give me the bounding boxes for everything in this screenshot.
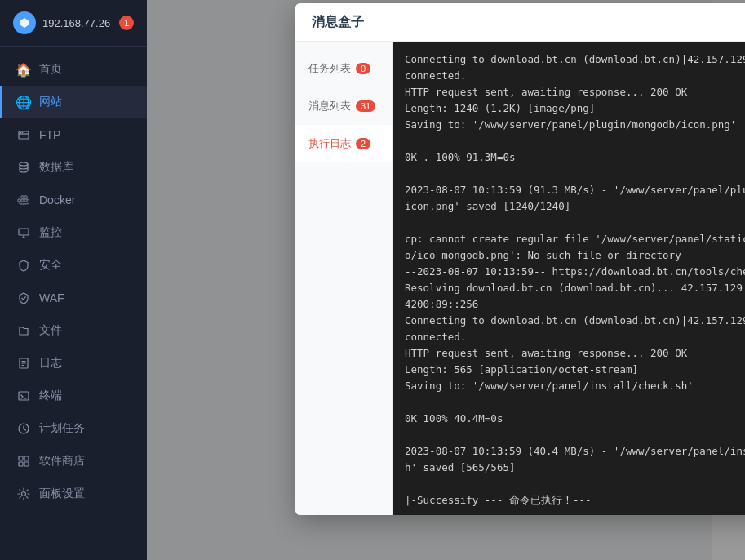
- sidebar-item-label: 监控: [39, 225, 62, 240]
- exec-log-badge: 2: [356, 138, 370, 149]
- crontab-icon: [16, 421, 31, 436]
- svg-rect-10: [19, 229, 29, 235]
- sidebar-item-website[interactable]: 🌐 网站: [0, 86, 147, 118]
- terminal-icon: [16, 389, 31, 403]
- sidebar-item-label: 首页: [39, 62, 62, 77]
- modal-overlay: 消息盒子 × 任务列表 0 消息列表 31: [147, 0, 745, 560]
- tab-label: 执行日志: [308, 136, 351, 151]
- sidebar-item-label: 软件商店: [39, 454, 85, 469]
- svg-rect-7: [24, 199, 27, 202]
- svg-rect-15: [24, 456, 29, 460]
- sidebar-item-waf[interactable]: WAF: [0, 282, 147, 314]
- svg-rect-8: [21, 196, 24, 198]
- sidebar-header: 192.168.77.26 1: [0, 0, 147, 47]
- svg-point-3: [22, 132, 24, 134]
- svg-rect-6: [21, 199, 24, 202]
- message-list-badge: 31: [356, 100, 375, 112]
- sidebar-item-label: 安全: [39, 258, 62, 273]
- sidebar-item-ftp[interactable]: FTP: [0, 118, 147, 151]
- sidebar-item-terminal[interactable]: 终端: [0, 380, 147, 412]
- website-icon: 🌐: [16, 95, 31, 109]
- sidebar: 192.168.77.26 1 🏠 首页 🌐 网站 FTP: [0, 0, 147, 560]
- sidebar-item-label: 数据库: [39, 160, 73, 175]
- sidebar-item-label: FTP: [39, 128, 60, 141]
- svg-marker-0: [20, 18, 29, 28]
- sidebar-item-label: 面板设置: [39, 487, 85, 501]
- svg-rect-17: [24, 462, 29, 466]
- sidebar-item-label: WAF: [39, 291, 64, 304]
- svg-rect-12: [19, 392, 29, 400]
- files-icon: [16, 323, 31, 338]
- sidebar-item-security[interactable]: 安全: [0, 249, 147, 282]
- sidebar-item-files[interactable]: 文件: [0, 314, 147, 347]
- tab-message-list[interactable]: 消息列表 31: [295, 87, 392, 125]
- tab-exec-log[interactable]: 执行日志 2: [295, 125, 392, 162]
- database-icon: [16, 160, 31, 175]
- sidebar-ip: 192.168.77.26: [42, 17, 110, 29]
- modal-tabs-sidebar: 任务列表 0 消息列表 31 执行日志 2: [295, 42, 393, 515]
- appstore-icon: [16, 454, 31, 469]
- sidebar-item-settings[interactable]: 面板设置: [0, 478, 147, 510]
- monitor-icon: [16, 225, 31, 240]
- svg-rect-5: [18, 199, 20, 202]
- svg-rect-16: [19, 462, 23, 466]
- terminal-output: Connecting to download.bt.cn (download.b…: [393, 42, 745, 515]
- waf-icon: [16, 291, 31, 305]
- svg-rect-14: [19, 456, 23, 460]
- sidebar-item-label: Docker: [39, 193, 75, 207]
- svg-rect-9: [24, 196, 27, 198]
- sidebar-item-label: 网站: [39, 95, 62, 109]
- sidebar-item-label: 计划任务: [39, 421, 85, 436]
- sidebar-item-appstore[interactable]: 软件商店: [0, 445, 147, 478]
- main-content: CPU 33.319 消息盒子 × 任务列表 0: [147, 0, 745, 560]
- svg-point-18: [22, 492, 26, 496]
- sidebar-logo: [13, 11, 36, 34]
- svg-point-2: [20, 132, 22, 134]
- sidebar-item-home[interactable]: 🏠 首页: [0, 53, 147, 86]
- security-icon: [16, 258, 31, 273]
- modal-body: 任务列表 0 消息列表 31 执行日志 2 Con: [295, 42, 745, 515]
- ftp-icon: [16, 127, 31, 142]
- modal-title: 消息盒子: [312, 14, 364, 31]
- notification-badge[interactable]: 1: [119, 16, 134, 30]
- task-list-badge: 0: [356, 63, 370, 74]
- tab-label: 消息列表: [308, 99, 351, 113]
- message-box-modal: 消息盒子 × 任务列表 0 消息列表 31: [295, 3, 745, 515]
- docker-icon: [16, 193, 31, 207]
- sidebar-item-crontab[interactable]: 计划任务: [0, 412, 147, 445]
- sidebar-item-database[interactable]: 数据库: [0, 151, 147, 184]
- sidebar-item-logs[interactable]: 日志: [0, 347, 147, 380]
- tab-task-list[interactable]: 任务列表 0: [295, 50, 392, 87]
- sidebar-item-docker[interactable]: Docker: [0, 184, 147, 216]
- sidebar-nav: 🏠 首页 🌐 网站 FTP: [0, 47, 147, 560]
- sidebar-item-monitor[interactable]: 监控: [0, 216, 147, 249]
- tab-label: 任务列表: [308, 61, 351, 76]
- sidebar-item-label: 终端: [39, 389, 62, 403]
- logs-icon: [16, 356, 31, 371]
- sidebar-item-label: 文件: [39, 323, 62, 338]
- home-icon: 🏠: [16, 62, 31, 77]
- settings-icon: [16, 487, 31, 501]
- svg-point-4: [20, 162, 28, 166]
- terminal-text: Connecting to download.bt.cn (download.b…: [405, 51, 745, 509]
- modal-header: 消息盒子 ×: [295, 3, 745, 42]
- sidebar-item-label: 日志: [39, 356, 62, 371]
